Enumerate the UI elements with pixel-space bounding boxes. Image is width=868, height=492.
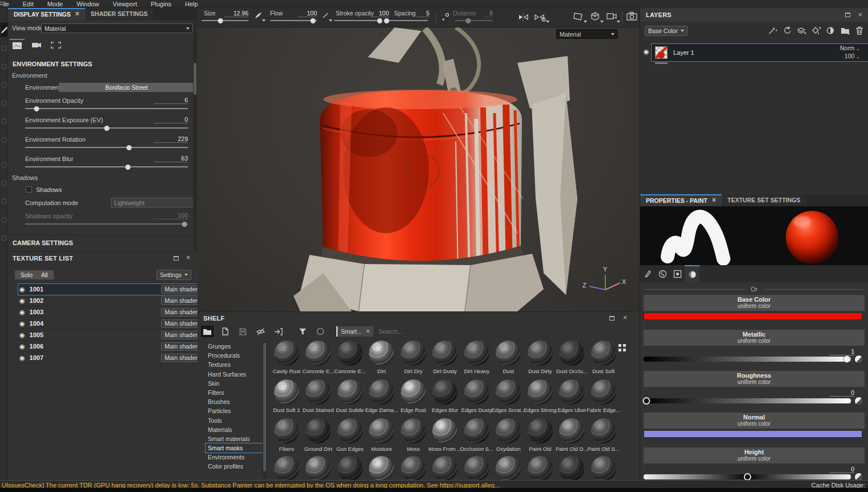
popout-icon[interactable] bbox=[845, 13, 850, 17]
layer-thumbnail[interactable] bbox=[655, 46, 668, 59]
close-icon[interactable]: × bbox=[75, 11, 79, 17]
menu-item[interactable]: Help bbox=[178, 0, 205, 8]
resource-thumbnail[interactable] bbox=[306, 379, 331, 405]
roughness-header[interactable]: Roughness uniform color bbox=[644, 371, 865, 387]
video-camera-icon[interactable] bbox=[29, 39, 44, 51]
resource-thumbnail[interactable] bbox=[432, 379, 457, 405]
shelf-resource[interactable]: Dust bbox=[493, 341, 525, 379]
material-subtab-icon[interactable] bbox=[685, 265, 700, 282]
shelf-category[interactable]: Textures bbox=[206, 360, 263, 369]
shelf-resource[interactable]: Paint Old S... bbox=[588, 418, 620, 457]
resource-thumbnail[interactable] bbox=[274, 418, 299, 443]
shelf-resource[interactable]: Dust Dirty bbox=[524, 341, 556, 379]
metallic-header[interactable]: Metallic uniform color bbox=[644, 330, 865, 346]
grayscale-toggle-icon[interactable] bbox=[854, 355, 863, 364]
layer-name[interactable]: Layer 1 bbox=[673, 49, 694, 56]
resource-thumbnail[interactable] bbox=[496, 418, 521, 443]
add-mask-icon[interactable] bbox=[826, 26, 835, 35]
environment-exposure-value[interactable]: 0 bbox=[154, 116, 188, 123]
add-fill-layer-icon[interactable] bbox=[811, 26, 821, 35]
shelf-resource[interactable]: Dust Subtle bbox=[334, 379, 366, 418]
shelf-resource[interactable]: Edges Dusty bbox=[461, 379, 493, 418]
shelf-resource[interactable]: Paint Old D... bbox=[556, 418, 588, 457]
resource-thumbnail[interactable] bbox=[464, 341, 489, 366]
shelf-resource[interactable]: Oxydation bbox=[493, 418, 525, 457]
metallic-value[interactable]: 1 bbox=[829, 348, 854, 355]
shelf-category[interactable]: Filters bbox=[206, 388, 263, 397]
base-color-swatch[interactable] bbox=[644, 313, 862, 320]
pencil-icon[interactable] bbox=[322, 11, 329, 19]
flow-slider[interactable] bbox=[270, 20, 317, 21]
visibility-radio-icon[interactable]: ◉ bbox=[19, 286, 25, 293]
shelf-resource[interactable]: Paint Old bbox=[524, 418, 556, 457]
tool-slot-icon[interactable] bbox=[1, 231, 7, 245]
hidden-resources-icon[interactable] bbox=[254, 326, 267, 337]
environment-opacity-slider[interactable] bbox=[25, 108, 188, 109]
resource-thumbnail[interactable] bbox=[401, 341, 426, 366]
popout-icon[interactable] bbox=[609, 316, 614, 321]
resource-thumbnail[interactable] bbox=[528, 341, 553, 366]
smudge-tool-icon[interactable] bbox=[1, 96, 7, 110]
radial-symmetry-icon[interactable] bbox=[534, 12, 546, 22]
environment-rotation-value[interactable]: 229 bbox=[154, 135, 188, 143]
environment-blur-value[interactable]: 63 bbox=[154, 155, 188, 162]
tool-slot-icon[interactable] bbox=[1, 194, 7, 208]
shelf-resource[interactable]: Moss bbox=[397, 418, 429, 457]
import-resources-icon[interactable] bbox=[272, 326, 284, 337]
height-header[interactable]: Height uniform color bbox=[644, 447, 865, 463]
roughness-slider[interactable] bbox=[644, 398, 851, 403]
texture-set-row[interactable]: ◉ 1003 Main shader bbox=[18, 307, 207, 318]
shelf-category[interactable]: Tools bbox=[206, 416, 263, 425]
shelf-category[interactable]: Hard Surfaces bbox=[206, 370, 263, 379]
menu-item[interactable]: Mode bbox=[41, 0, 70, 8]
eraser-tool-icon[interactable] bbox=[1, 41, 7, 55]
close-icon[interactable]: × bbox=[712, 197, 716, 203]
resource-thumbnail[interactable] bbox=[591, 341, 616, 366]
visibility-radio-icon[interactable]: ◉ bbox=[19, 354, 25, 362]
layer-row[interactable]: Layer 1 Norm ⌄ 100 ⌄ bbox=[652, 44, 868, 61]
viewport-shading-dropdown[interactable]: Material bbox=[556, 29, 618, 39]
paint-tool-icon[interactable] bbox=[1, 23, 7, 37]
resource-thumbnail[interactable] bbox=[528, 418, 553, 443]
resource-thumbnail[interactable] bbox=[464, 418, 489, 443]
menu-item[interactable]: File bbox=[0, 0, 16, 8]
close-icon[interactable]: × bbox=[186, 255, 190, 261]
filter-circle-icon[interactable] bbox=[314, 326, 327, 337]
save-icon[interactable] bbox=[236, 326, 249, 337]
shelf-resource[interactable]: Cavity Rust bbox=[271, 341, 303, 379]
stroke-opacity-value[interactable]: 100 bbox=[372, 10, 389, 17]
menu-item[interactable]: Plugins bbox=[144, 0, 178, 8]
texture-set-row[interactable]: ◉ 1005 Main shader bbox=[18, 330, 207, 341]
shelf-category[interactable]: Smart masks bbox=[206, 443, 263, 453]
tool-slot-icon[interactable] bbox=[1, 176, 7, 190]
resource-thumbnail[interactable] bbox=[274, 341, 299, 366]
new-resource-icon[interactable] bbox=[219, 326, 231, 337]
texture-set-row[interactable]: ◉ 1001 Main shader bbox=[18, 284, 207, 295]
visibility-radio-icon[interactable]: ◉ bbox=[19, 343, 25, 350]
shelf-resource[interactable]: Dust Occlu... bbox=[556, 341, 588, 379]
scrollbar[interactable] bbox=[263, 342, 267, 479]
frame-icon[interactable] bbox=[49, 39, 63, 51]
camera-mode-icon[interactable] bbox=[606, 12, 617, 21]
blend-mode-dropdown[interactable]: Norm ⌄ bbox=[840, 45, 860, 53]
resource-thumbnail[interactable] bbox=[591, 418, 616, 443]
stroke-opacity-slider[interactable] bbox=[334, 20, 382, 21]
add-effect-icon[interactable] bbox=[768, 26, 777, 35]
material-picker-tool-icon[interactable] bbox=[1, 133, 7, 146]
environment-blur-slider[interactable] bbox=[25, 166, 188, 167]
layer-opacity-dropdown[interactable]: 100 ⌄ bbox=[840, 53, 860, 61]
environment-map-button[interactable]: Bonifacio Street bbox=[59, 83, 194, 92]
resource-thumbnail[interactable] bbox=[559, 418, 584, 443]
all-button[interactable]: All bbox=[35, 270, 54, 279]
shelf-category[interactable]: Particles bbox=[206, 406, 263, 415]
shelf-resource[interactable]: Concrete E... bbox=[334, 341, 366, 379]
lazy-mouse-icon[interactable] bbox=[441, 13, 449, 22]
environment-rotation-slider[interactable] bbox=[25, 147, 188, 148]
add-folder-icon[interactable] bbox=[841, 27, 850, 35]
close-icon[interactable]: × bbox=[366, 329, 370, 334]
shelf-resource[interactable]: Dirt Dusty bbox=[429, 341, 461, 379]
projection-mode-icon[interactable] bbox=[573, 11, 584, 22]
resource-thumbnail[interactable] bbox=[528, 379, 553, 405]
computation-mode-dropdown[interactable]: Lightweight bbox=[111, 198, 195, 207]
shelf-resource[interactable]: Dust Soft 2 bbox=[271, 379, 303, 418]
